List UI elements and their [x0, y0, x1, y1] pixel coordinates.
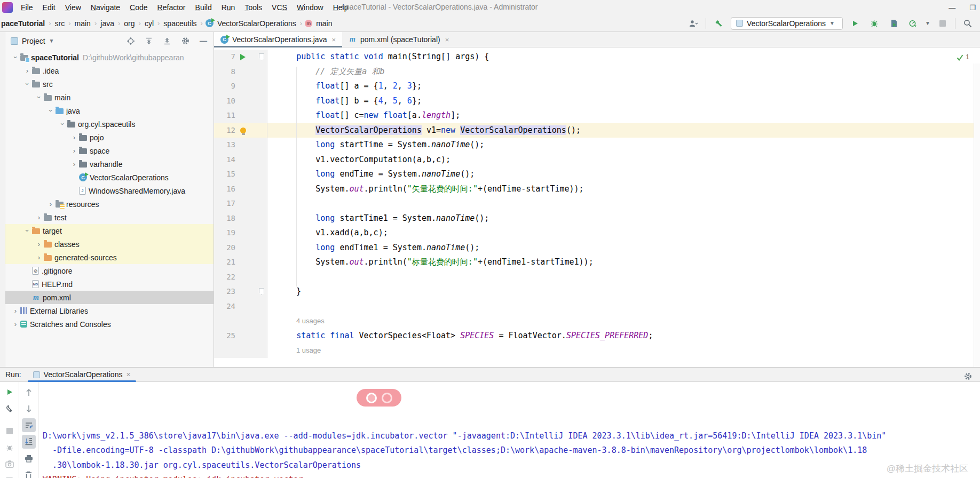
chevron-right-icon[interactable]: › [34, 253, 44, 261]
tree-item-external-libraries[interactable]: ›External Libraries [5, 304, 214, 317]
menu-vcs[interactable]: VCS [267, 2, 292, 13]
run-console-tab[interactable]: VectorScalarOperations × [28, 368, 136, 381]
build-hammer-button[interactable] [712, 17, 725, 30]
run-line-icon[interactable] [240, 54, 246, 60]
hide-panel-button[interactable]: — [196, 35, 210, 47]
breadcrumb-item-main[interactable]: main [315, 18, 333, 29]
run-button[interactable] [848, 17, 862, 30]
tree-item-test[interactable]: ›test [5, 211, 214, 224]
project-panel-title[interactable]: Project ▼ [11, 37, 124, 45]
menu-run[interactable]: Run [217, 2, 240, 13]
tree-item-help-md[interactable]: MDHELP.md [5, 277, 214, 291]
inspections-widget[interactable]: 1 [957, 50, 969, 65]
tree-item-target[interactable]: ›target [5, 224, 214, 237]
chevron-right-icon[interactable]: › [11, 320, 20, 328]
chevron-down-icon[interactable]: › [59, 120, 67, 129]
clear-console-button[interactable] [22, 468, 36, 478]
menu-build[interactable]: Build [191, 2, 217, 13]
tree-item-java[interactable]: ›java [5, 104, 214, 117]
code-editor[interactable]: 1 7 public static void main(String[] arg… [214, 47, 980, 367]
tab-vectorscalaroperations[interactable]: C VectorScalarOperations.java × [214, 32, 342, 47]
tree-item-space[interactable]: ›space [5, 144, 214, 157]
intention-bulb-icon[interactable] [240, 128, 246, 133]
tree-item-windowssharedmemory-java[interactable]: JWindowsSharedMemory.java [5, 184, 214, 197]
chevron-right-icon[interactable]: › [34, 213, 44, 221]
maximize-button[interactable]: ❐ [969, 4, 976, 12]
chevron-right-icon[interactable]: › [46, 200, 56, 208]
editor-scrollbar[interactable] [974, 63, 980, 367]
coverage-button[interactable] [887, 17, 900, 30]
tree-item-src[interactable]: ›src [5, 77, 214, 91]
menu-navigate[interactable]: Navigate [86, 2, 125, 13]
menu-window[interactable]: Window [292, 2, 328, 13]
chevron-right-icon[interactable]: › [34, 240, 44, 248]
menu-refactor[interactable]: Refactor [153, 2, 191, 13]
chevron-right-icon[interactable]: › [69, 147, 79, 155]
profiler-button[interactable] [906, 17, 920, 30]
tree-item-classes[interactable]: ›classes [5, 237, 214, 251]
down-arrow-icon[interactable] [22, 402, 36, 416]
menu-edit[interactable]: Edit [38, 2, 60, 13]
tab-pom-xml[interactable]: m pom.xml (spaceTutorial) × [342, 32, 455, 47]
debug-button[interactable] [867, 17, 881, 30]
minimize-button[interactable]: — [949, 4, 955, 12]
rerun-button[interactable] [3, 385, 17, 399]
breadcrumb-item-pacetutorial[interactable]: paceTutorial [0, 18, 46, 29]
chevron-right-icon[interactable]: › [11, 307, 20, 315]
expand-all-button[interactable] [142, 35, 156, 47]
close-icon[interactable]: × [126, 370, 130, 379]
soft-wrap-toggle[interactable] [22, 418, 36, 432]
breadcrumb-item-src[interactable]: src [54, 18, 66, 29]
up-arrow-icon[interactable] [22, 385, 36, 399]
attach-debugger-button[interactable] [3, 441, 17, 455]
menu-tools[interactable]: Tools [240, 2, 267, 13]
tree-item-pom-xml[interactable]: mpom.xml [5, 291, 214, 304]
tree-item-scratches-and-consoles[interactable]: ›Scratches and Consoles [5, 317, 214, 331]
chevron-down-icon[interactable]: › [12, 53, 20, 62]
gear-icon[interactable] [961, 370, 975, 383]
chevron-down-icon[interactable]: › [35, 93, 43, 102]
user-icon[interactable] [686, 17, 700, 30]
chevron-down-icon[interactable]: › [23, 226, 31, 236]
usages-inlay-hint[interactable]: 1 usage [267, 343, 321, 358]
gear-icon[interactable] [178, 35, 192, 47]
breadcrumb-item-java[interactable]: java [99, 18, 115, 29]
stop-button[interactable] [936, 17, 950, 30]
breadcrumb-item-main[interactable]: main [74, 18, 92, 29]
thread-dump-button[interactable] [3, 457, 17, 471]
breadcrumb-item-spaceutils[interactable]: spaceutils [162, 18, 197, 29]
tree-item--gitignore[interactable]: ⊘.gitignore [5, 264, 214, 277]
tree-item-pojo[interactable]: ›pojo [5, 131, 214, 144]
locate-file-button[interactable] [124, 35, 138, 47]
chevron-down-icon[interactable]: › [23, 79, 31, 89]
search-icon[interactable] [961, 17, 975, 30]
tree-item--idea[interactable]: ›.idea [5, 64, 214, 77]
tree-item-vectorscalaroperations[interactable]: CVectorScalarOperations [5, 171, 214, 184]
tree-item-main[interactable]: ›main [5, 91, 214, 104]
chevron-right-icon[interactable]: › [69, 133, 79, 141]
menu-code[interactable]: Code [125, 2, 152, 13]
tree-item-spacetutorial[interactable]: ›spaceTutorialD:\githubWork\githubappear… [5, 51, 214, 64]
stop-button[interactable] [3, 424, 17, 438]
chevron-right-icon[interactable]: › [69, 160, 79, 168]
run-configuration-select[interactable]: VectorScalarOperations ▼ [731, 17, 843, 30]
tree-item-generated-sources[interactable]: ›generated-sources [5, 251, 214, 264]
breadcrumb-item-org[interactable]: org [123, 18, 136, 29]
print-button[interactable] [22, 451, 36, 465]
close-icon[interactable]: × [331, 36, 336, 44]
fold-marker-icon[interactable] [259, 288, 264, 295]
restore-layout-button[interactable] [3, 474, 17, 478]
menu-file[interactable]: File [16, 2, 38, 13]
chevron-right-icon[interactable]: › [22, 67, 32, 75]
profiler-chevron-icon[interactable]: ▼ [925, 20, 930, 26]
tree-item-resources[interactable]: ›resources [5, 197, 214, 211]
edit-configuration-button[interactable] [3, 402, 17, 416]
usages-inlay-hint[interactable]: 4 usages [267, 314, 325, 329]
tree-item-org-cyl-spaceutils[interactable]: ›org.cyl.spaceutils [5, 117, 214, 131]
tree-item-varhandle[interactable]: ›varhandle [5, 157, 214, 171]
menu-view[interactable]: View [60, 2, 86, 13]
console-output[interactable]: D:\work\jvms_v2.1.5_386\store\java17\bin… [38, 382, 980, 478]
collapse-all-button[interactable] [160, 35, 174, 47]
breadcrumb-item-cyl[interactable]: cyl [144, 18, 155, 29]
scroll-to-end-toggle[interactable] [22, 435, 36, 449]
